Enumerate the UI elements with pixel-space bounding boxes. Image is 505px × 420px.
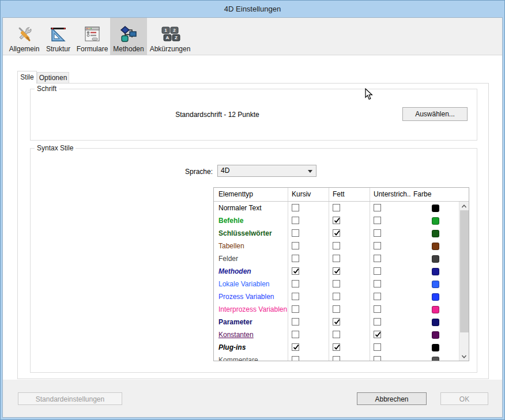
checkbox[interactable] (374, 242, 381, 249)
checkbox[interactable] (292, 343, 299, 351)
syntax-table-body: Normaler TextBefehleSchlüsselwörterTabel… (214, 202, 460, 361)
schrift-group: Schrift Standardschrift - 12 Punkte Ausw… (30, 89, 477, 141)
checkbox[interactable] (374, 255, 381, 262)
checkbox[interactable] (292, 255, 299, 262)
checkbox[interactable] (374, 229, 381, 237)
table-row[interactable]: Normaler Text (214, 202, 460, 214)
tab-stile[interactable]: Stile (17, 71, 37, 84)
color-swatch[interactable] (432, 331, 439, 339)
checkbox[interactable] (333, 305, 340, 313)
checkbox[interactable] (374, 267, 381, 275)
checkbox[interactable] (333, 229, 340, 237)
table-row[interactable]: Methoden (214, 265, 460, 278)
checkbox[interactable] (292, 356, 299, 361)
checkbox[interactable] (292, 305, 299, 313)
table-row[interactable]: Tabellen (214, 240, 460, 252)
checkbox[interactable] (333, 343, 340, 351)
color-swatch[interactable] (432, 243, 439, 250)
color-swatch[interactable] (432, 268, 439, 275)
column-header-unterstrichen[interactable]: Unterstrich... (370, 188, 410, 201)
font-select-button[interactable]: Auswählen... (402, 107, 468, 121)
checkbox[interactable] (374, 280, 381, 287)
table-row[interactable]: Konstanten (214, 328, 460, 341)
column-header-elementtyp[interactable]: Elementtyp (214, 188, 288, 201)
table-row[interactable]: Befehle (214, 214, 460, 227)
color-swatch[interactable] (432, 319, 439, 326)
svg-text:2: 2 (173, 28, 176, 33)
checkbox[interactable] (292, 217, 299, 224)
checkbox[interactable] (333, 293, 340, 300)
checkbox[interactable] (333, 242, 340, 249)
toolbar-item-allgemein[interactable]: Allgemein (6, 18, 42, 55)
element-type-label: Schlüsselwörter (214, 227, 288, 240)
toolbar-item-abkuerzungen[interactable]: 12 AZ Abkürzungen (147, 18, 193, 55)
scrollbar-thumb[interactable] (460, 210, 469, 332)
color-swatch[interactable] (432, 255, 439, 263)
checkbox[interactable] (292, 267, 299, 275)
syntax-group: Syntax Stile Sprache: 4D Elementtyp Kurs… (30, 148, 477, 373)
table-row[interactable]: Interprozess Variablen (214, 303, 460, 316)
checkbox[interactable] (374, 293, 381, 300)
checkbox[interactable] (333, 204, 340, 211)
column-header-farbe[interactable]: Farbe (410, 188, 460, 201)
checkbox[interactable] (333, 255, 340, 262)
tab-optionen[interactable]: Optionen (37, 72, 69, 84)
scroll-up-icon[interactable] (459, 202, 469, 210)
color-swatch[interactable] (432, 230, 439, 237)
ok-button[interactable]: OK (440, 392, 488, 405)
checkbox[interactable] (333, 280, 340, 287)
table-row[interactable]: Felder (214, 252, 460, 265)
checkbox[interactable] (333, 318, 340, 326)
toolbar-item-struktur[interactable]: Struktur (42, 18, 74, 55)
color-swatch[interactable] (432, 344, 439, 351)
checkbox[interactable] (374, 331, 381, 338)
table-row[interactable]: Prozess Variablen (214, 290, 460, 303)
table-row[interactable]: Parameter (214, 316, 460, 328)
table-header: Elementtyp Kursiv Fett Unterstrich... Fa… (214, 188, 469, 202)
table-row[interactable]: Lokale Variablen (214, 278, 460, 290)
checkbox[interactable] (374, 204, 381, 211)
table-row[interactable]: Schlüsselwörter (214, 227, 460, 240)
cancel-button[interactable]: Abbrechen (357, 392, 427, 405)
defaults-button[interactable]: Standardeinstellungen (18, 392, 122, 405)
toolbar-item-methoden[interactable]: Methoden (110, 18, 147, 55)
titlebar[interactable]: 4D Einstellungen (1, 1, 504, 17)
color-swatch[interactable] (432, 306, 439, 313)
color-swatch[interactable] (432, 217, 439, 225)
language-label: Sprache: (31, 167, 213, 177)
checkbox[interactable] (374, 343, 381, 351)
color-swatch[interactable] (432, 293, 439, 301)
checkbox[interactable] (292, 204, 299, 211)
column-header-fett[interactable]: Fett (329, 188, 370, 201)
schrift-group-title: Schrift (35, 85, 59, 93)
scroll-down-icon[interactable] (459, 352, 469, 361)
color-swatch[interactable] (432, 205, 439, 212)
checkbox[interactable] (333, 356, 340, 361)
checkbox[interactable] (374, 318, 381, 326)
color-swatch[interactable] (432, 357, 439, 361)
checkbox[interactable] (374, 305, 381, 313)
language-value: 4D (221, 167, 229, 175)
svg-text:1: 1 (164, 28, 167, 33)
table-row[interactable]: Kommentare (214, 354, 460, 361)
language-dropdown[interactable]: 4D (217, 165, 316, 177)
checkbox[interactable] (333, 267, 340, 275)
checkbox[interactable] (292, 331, 299, 338)
checkbox[interactable] (292, 293, 299, 300)
checkbox[interactable] (292, 280, 299, 287)
column-header-kursiv[interactable]: Kursiv (288, 188, 329, 201)
checkbox[interactable] (333, 331, 340, 338)
element-type-label: Parameter (214, 316, 288, 328)
toolbar-item-label: Struktur (46, 45, 70, 53)
checkbox[interactable] (292, 318, 299, 326)
checkbox[interactable] (292, 242, 299, 249)
checkbox[interactable] (333, 217, 340, 224)
checkbox[interactable] (292, 229, 299, 237)
toolbar-item-formulare[interactable]: Formulare (74, 18, 110, 55)
checkbox[interactable] (374, 217, 381, 224)
vertical-scrollbar[interactable] (459, 202, 469, 361)
keyboard-keys-icon: 12 AZ (160, 23, 180, 45)
checkbox[interactable] (374, 356, 381, 361)
color-swatch[interactable] (432, 281, 439, 288)
table-row[interactable]: Plug-ins (214, 341, 460, 354)
